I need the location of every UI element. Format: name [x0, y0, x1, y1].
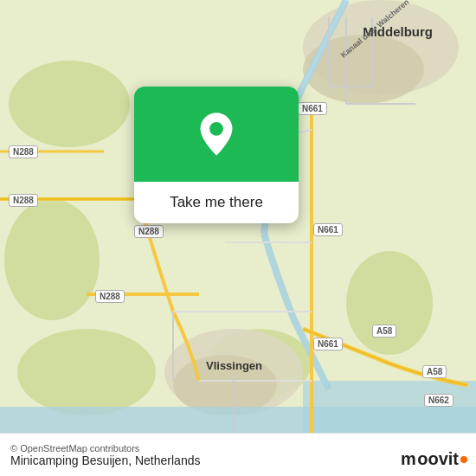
popup-card: Take me there [134, 87, 299, 223]
map-background [0, 0, 476, 476]
location-pin-icon [197, 111, 235, 158]
card-top [134, 87, 299, 182]
road-label-n288-1: N288 [9, 145, 38, 158]
svg-point-12 [209, 122, 223, 136]
copyright-text: © OpenStreetMap contributors [10, 443, 455, 453]
road-label-n288-3: N288 [134, 225, 164, 238]
location-name: Minicamping Besuijen, Netherlands [10, 453, 466, 467]
moovit-logo-text: m [401, 449, 415, 469]
road-label-a58-1: A58 [372, 325, 396, 338]
road-label-n661-2: N661 [313, 223, 343, 236]
moovit-logo-text2: oovit [417, 449, 459, 469]
moovit-dot [460, 456, 467, 463]
map-container: N288 N288 N288 N288 N661 N661 N661 A58 A… [0, 0, 476, 476]
bottom-bar: © OpenStreetMap contributors Minicamping… [0, 433, 476, 476]
road-label-n661-3: N661 [313, 338, 343, 351]
road-label-n661-1: N661 [298, 102, 327, 115]
take-me-there-button[interactable]: Take me there [156, 182, 277, 223]
moovit-logo: m oovit [401, 449, 467, 469]
road-label-n288-2: N288 [9, 194, 38, 207]
road-label-a58-2: A58 [422, 365, 447, 378]
road-label-n288-4: N288 [95, 290, 125, 303]
road-label-n662: N662 [424, 394, 453, 407]
